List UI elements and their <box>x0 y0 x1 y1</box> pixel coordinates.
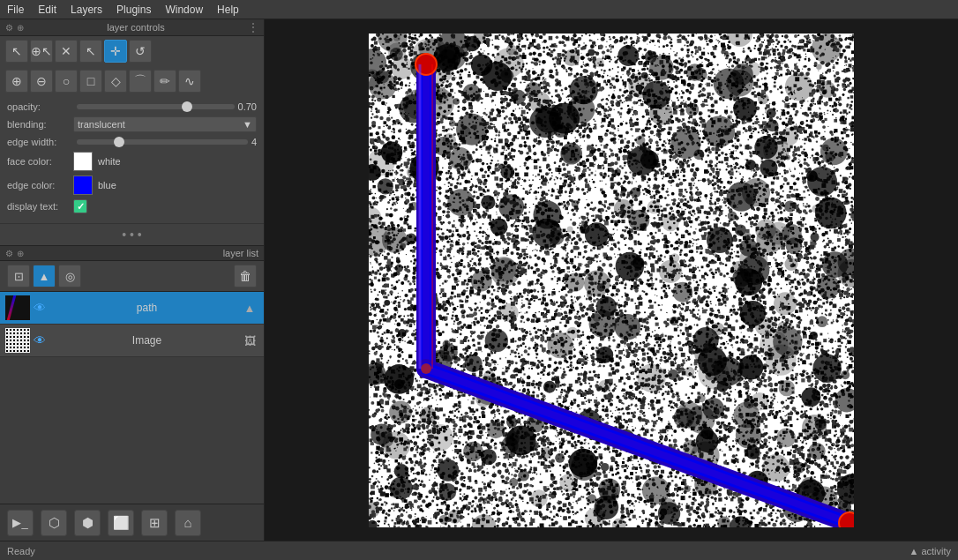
layer-item-image[interactable]: 👁 Image 🖼 <box>0 325 264 357</box>
bottom-toolbar: ▶_ ⬡ ⬢ ⬜ ⊞ ⌂ <box>0 504 264 541</box>
select-tool[interactable]: ↖ <box>79 40 102 63</box>
display-text-checkbox[interactable]: ✓ <box>73 199 87 213</box>
unlink-tool[interactable]: ⊖ <box>30 70 53 93</box>
layer-type-toolbar: ⊡ ▲ ◎ 🗑 <box>0 261 264 292</box>
plugin2-icon: ⬢ <box>82 515 94 531</box>
edge-color-row: edge color: blue <box>7 175 257 195</box>
image-layer-thumbnail <box>5 328 30 353</box>
layer-list-search-icon: ⊕ <box>17 249 24 258</box>
edge-width-thumb[interactable] <box>114 137 124 147</box>
face-color-control: white <box>73 152 121 171</box>
edge-color-name: blue <box>98 180 116 190</box>
layer-list-header: ⚙ ⊕ layer list <box>0 246 264 261</box>
menu-edit[interactable]: Edit <box>31 2 64 18</box>
layer-list-pin-icon: ⚙ <box>5 249 13 258</box>
blending-row: blending: translucent ▼ <box>7 116 257 132</box>
menu-file[interactable]: File <box>0 2 31 18</box>
lasso-tool[interactable]: ◇ <box>104 70 127 93</box>
blending-label: blending: <box>7 119 73 130</box>
menu-window[interactable]: Window <box>158 2 210 18</box>
circle-select-tool[interactable]: ○ <box>55 70 78 93</box>
layer-list-title: layer list <box>24 248 258 258</box>
console-icon: ▶_ <box>12 516 27 529</box>
menu-plugins[interactable]: Plugins <box>109 2 158 18</box>
layer-controls-menu[interactable]: ⋮ <box>248 21 258 34</box>
path-visibility-icon[interactable]: 👁 <box>30 298 49 317</box>
plugin3-btn[interactable]: ⬜ <box>108 510 134 536</box>
plugin2-btn[interactable]: ⬢ <box>74 510 101 536</box>
grid-icon: ⊞ <box>149 515 161 531</box>
grid-btn[interactable]: ⊞ <box>141 510 168 536</box>
display-text-row: display text: ✓ <box>7 199 257 213</box>
edge-width-value: 4 <box>251 137 257 147</box>
edge-width-row: edge width: 4 <box>7 137 257 147</box>
edge-color-control: blue <box>73 175 116 195</box>
face-color-swatch[interactable] <box>73 152 93 171</box>
shapes-layer-btn[interactable]: ▲ <box>33 265 56 287</box>
opacity-label: opacity: <box>7 101 73 112</box>
free-select-tool[interactable]: ⌒ <box>129 70 152 93</box>
face-color-label: face color: <box>7 156 73 167</box>
plugin1-btn[interactable]: ⬡ <box>41 510 67 536</box>
tool-row-1: ↖ ⊕↖ ✕ ↖ ✛ ↺ <box>0 36 264 66</box>
labels-layer-btn[interactable]: ◎ <box>58 265 81 287</box>
remove-tool[interactable]: ✕ <box>55 40 78 63</box>
add-node-tool[interactable]: ⊕↖ <box>30 40 53 63</box>
image-layer-name: Image <box>53 334 241 347</box>
image-visibility-icon[interactable]: 👁 <box>30 331 49 350</box>
menubar: File Edit Layers Plugins Window Help <box>0 0 958 19</box>
display-text-label: display text: <box>7 201 73 212</box>
plugin1-icon: ⬡ <box>49 515 60 531</box>
status-text: Ready <box>7 546 35 556</box>
transform-tool[interactable]: ↖ <box>5 40 28 63</box>
tool-row-2: ⊕ ⊖ ○ □ ◇ ⌒ ✏ ∿ <box>0 66 264 96</box>
console-btn[interactable]: ▶_ <box>7 510 34 536</box>
layer-controls-header: ⚙ ⊕ layer controls ⋮ <box>0 19 264 36</box>
canvas-container <box>369 34 854 527</box>
opacity-thumb[interactable] <box>182 101 192 112</box>
main-content: ⚙ ⊕ layer controls ⋮ ↖ ⊕↖ ✕ ↖ ✛ ↺ ⊕ ⊖ ○ … <box>0 19 958 541</box>
path-layer-type-icon: ▲ <box>241 299 258 317</box>
layer-controls-section: ⚙ ⊕ layer controls ⋮ ↖ ⊕↖ ✕ ↖ ✛ ↺ ⊕ ⊖ ○ … <box>0 19 264 246</box>
opacity-slider[interactable] <box>77 104 235 109</box>
menu-layers[interactable]: Layers <box>64 2 109 18</box>
rotate-tool[interactable]: ↺ <box>129 40 152 63</box>
points-layer-btn[interactable]: ⊡ <box>7 265 30 287</box>
layer-controls-title: layer controls <box>24 22 248 33</box>
path-layer-name: path <box>53 302 241 314</box>
image-canvas <box>369 34 854 527</box>
home-icon: ⌂ <box>183 515 191 530</box>
blending-dropdown-icon: ▼ <box>243 119 252 130</box>
controls-area: opacity: 0.70 blending: translucent ▼ <box>0 96 264 223</box>
layer-item-path[interactable]: 👁 path ▲ <box>0 292 264 325</box>
image-layer-type-icon: 🖼 <box>241 332 258 349</box>
link-tool[interactable]: ⊕ <box>5 70 28 93</box>
edge-color-swatch[interactable] <box>73 175 93 195</box>
rect-select-tool[interactable]: □ <box>79 70 102 93</box>
left-panel: ⚙ ⊕ layer controls ⋮ ↖ ⊕↖ ✕ ↖ ✛ ↺ ⊕ ⊖ ○ … <box>0 19 265 541</box>
blending-select[interactable]: translucent ▼ <box>73 116 257 132</box>
checkmark-icon: ✓ <box>77 201 85 213</box>
pencil-tool[interactable]: ✏ <box>153 70 176 93</box>
more-dots[interactable]: • • • <box>0 223 264 245</box>
activity-text[interactable]: ▲ activity <box>909 546 951 556</box>
edge-color-label: edge color: <box>7 180 73 190</box>
opacity-row: opacity: 0.70 <box>7 101 257 112</box>
edge-width-label: edge width: <box>7 137 73 147</box>
face-color-row: face color: white <box>7 152 257 171</box>
menu-help[interactable]: Help <box>210 2 246 18</box>
layer-list-section: ⚙ ⊕ layer list ⊡ ▲ ◎ 🗑 👁 path <box>0 246 264 504</box>
delete-layer-btn[interactable]: 🗑 <box>234 265 257 287</box>
path-layer-thumbnail <box>5 295 30 320</box>
edge-width-slider[interactable] <box>77 139 248 145</box>
node-tool[interactable]: ∿ <box>178 70 201 93</box>
plugin3-icon: ⬜ <box>113 515 130 531</box>
canvas-area[interactable] <box>265 19 958 541</box>
move-tool[interactable]: ✛ <box>104 40 127 63</box>
statusbar: Ready ▲ activity <box>0 541 958 560</box>
home-btn[interactable]: ⌂ <box>175 510 201 536</box>
face-color-name: white <box>98 156 121 167</box>
opacity-value: 0.70 <box>238 101 257 112</box>
